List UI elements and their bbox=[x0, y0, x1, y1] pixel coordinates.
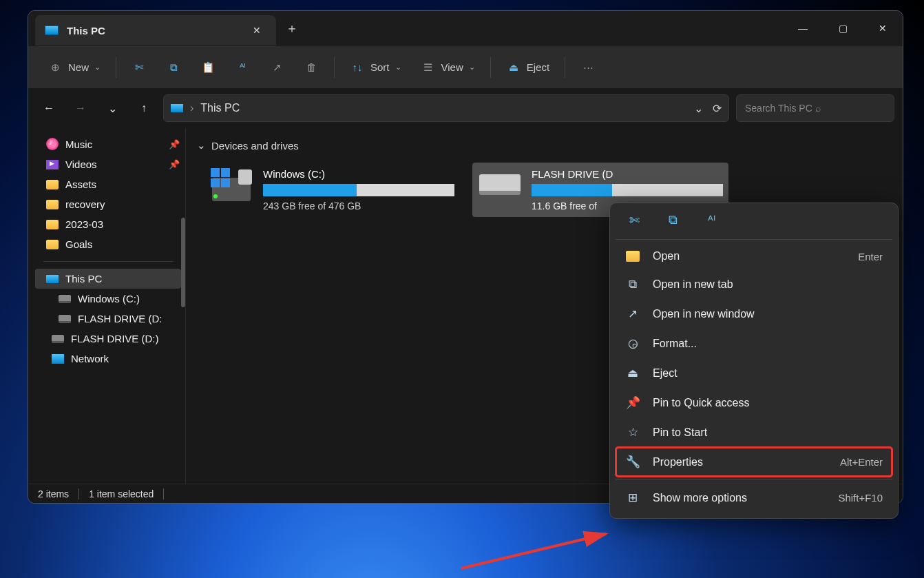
sidebar-item-music[interactable]: Music📌 bbox=[31, 134, 185, 154]
search-icon: ⌕ bbox=[815, 103, 885, 114]
eject-label: Eject bbox=[527, 61, 549, 73]
new-tab-button[interactable]: ＋ bbox=[276, 11, 308, 45]
pin-icon: 📌 bbox=[169, 139, 180, 149]
this-pc-icon bbox=[46, 275, 59, 283]
folder-icon bbox=[625, 251, 640, 262]
usb-drive-icon bbox=[478, 168, 522, 201]
folder-icon bbox=[46, 240, 59, 249]
back-button[interactable]: ← bbox=[36, 96, 61, 121]
ctx-eject[interactable]: ⏏ Eject bbox=[616, 358, 892, 388]
ctx-pin-to-start[interactable]: ☆ Pin to Start bbox=[616, 417, 892, 447]
folder-icon bbox=[46, 220, 59, 229]
copy-button[interactable]: ⧉ bbox=[158, 54, 189, 81]
address-dropdown-button[interactable]: ⌄ bbox=[694, 102, 703, 115]
sidebar-item-recovery[interactable]: recovery bbox=[31, 194, 185, 214]
ctx-open[interactable]: Open Enter bbox=[616, 242, 892, 270]
ellipsis-icon: ⋯ bbox=[580, 60, 596, 75]
new-button[interactable]: ⊕ New ⌄ bbox=[39, 54, 109, 81]
eject-button[interactable]: ⏏ Eject bbox=[498, 54, 558, 81]
recent-button[interactable]: ⌄ bbox=[100, 96, 125, 121]
view-button[interactable]: ☰ View ⌄ bbox=[412, 54, 483, 81]
ctx-open-new-tab[interactable]: ⧉ Open in new tab bbox=[616, 270, 892, 299]
delete-button[interactable]: 🗑 bbox=[295, 54, 327, 81]
cut-button[interactable]: ✄ bbox=[625, 213, 643, 228]
sidebar-item-windows-c[interactable]: Windows (C:) bbox=[31, 289, 185, 309]
sidebar-item-goals[interactable]: Goals bbox=[31, 234, 185, 254]
window-tab[interactable]: This PC ✕ bbox=[35, 15, 276, 45]
wrench-icon: 🔧 bbox=[625, 455, 640, 469]
ctx-properties[interactable]: 🔧 Properties Alt+Enter bbox=[616, 447, 892, 477]
chevron-down-icon: ⌄ bbox=[197, 139, 206, 152]
lock-icon bbox=[238, 169, 252, 185]
navigation-pane: Music📌 Videos📌 Assets recovery 2023-03 G… bbox=[28, 128, 185, 484]
chevron-down-icon: ⌄ bbox=[94, 63, 101, 72]
copy-button[interactable]: ⧉ bbox=[664, 213, 682, 228]
sidebar-item-assets[interactable]: Assets bbox=[31, 174, 185, 194]
sort-label: Sort bbox=[370, 61, 390, 73]
folder-icon bbox=[46, 200, 59, 209]
navigation-bar: ← → ⌄ ↑ › This PC ⌄ ⟳ Search This PC ⌕ bbox=[28, 88, 903, 128]
sidebar-item-this-pc[interactable]: This PC bbox=[35, 269, 181, 289]
up-button[interactable]: ↑ bbox=[132, 96, 156, 121]
ctx-open-new-window[interactable]: ↗ Open in new window bbox=[616, 299, 892, 329]
paste-button[interactable]: 📋 bbox=[192, 54, 224, 81]
annotation-arrow bbox=[454, 530, 613, 572]
rename-button[interactable]: ᴬᴵ bbox=[702, 213, 720, 228]
cut-button[interactable]: ✄ bbox=[123, 54, 155, 81]
refresh-button[interactable]: ⟳ bbox=[713, 102, 722, 115]
scissors-icon: ✄ bbox=[132, 60, 147, 75]
pin-start-icon: ☆ bbox=[625, 425, 640, 440]
copy-icon: ⧉ bbox=[166, 60, 181, 75]
eject-icon: ⏏ bbox=[625, 366, 640, 380]
maximize-button[interactable]: ▢ bbox=[823, 11, 863, 45]
sidebar-item-network[interactable]: Network bbox=[31, 349, 185, 369]
tab-close-button[interactable]: ✕ bbox=[247, 22, 266, 39]
tab-title: This PC bbox=[67, 25, 239, 37]
paste-icon: 📋 bbox=[200, 60, 216, 75]
search-placeholder: Search This PC bbox=[745, 103, 815, 114]
toolbar: ⊕ New ⌄ ✄ ⧉ 📋 ᴬᴵ ↗ 🗑 ↑↓ Sort ⌄ ☰ View ⌄ … bbox=[28, 45, 903, 88]
chevron-down-icon: ⌄ bbox=[395, 63, 401, 72]
ctx-pin-quick-access[interactable]: 📌 Pin to Quick access bbox=[616, 388, 892, 417]
external-icon: ↗ bbox=[625, 307, 640, 321]
drive-icon bbox=[59, 315, 71, 323]
breadcrumb[interactable]: This PC bbox=[200, 102, 240, 114]
format-icon: ◶ bbox=[625, 336, 640, 351]
breadcrumb-separator: › bbox=[190, 102, 193, 114]
pin-icon: 📌 bbox=[625, 395, 640, 410]
music-icon bbox=[46, 138, 59, 150]
chevron-down-icon: ⌄ bbox=[469, 63, 475, 72]
drive-icon bbox=[52, 335, 64, 343]
section-header[interactable]: ⌄ Devices and drives bbox=[197, 139, 897, 152]
drive-item-windows-c[interactable]: Windows (C:) 243 GB free of 476 GB bbox=[204, 163, 460, 217]
eject-icon: ⏏ bbox=[506, 60, 521, 75]
sidebar-item-flash-drive[interactable]: FLASH DRIVE (D:) bbox=[31, 329, 185, 349]
sort-icon: ↑↓ bbox=[350, 60, 365, 75]
share-button[interactable]: ↗ bbox=[261, 54, 293, 81]
this-pc-icon bbox=[45, 25, 59, 35]
minimize-button[interactable]: ― bbox=[783, 11, 823, 45]
sidebar-item-videos[interactable]: Videos📌 bbox=[31, 154, 185, 174]
sort-button[interactable]: ↑↓ Sort ⌄ bbox=[342, 54, 410, 81]
titlebar: This PC ✕ ＋ ― ▢ ✕ bbox=[28, 11, 903, 45]
capacity-bar bbox=[263, 184, 454, 196]
svg-line-0 bbox=[461, 534, 606, 568]
this-pc-icon bbox=[171, 104, 183, 112]
search-box[interactable]: Search This PC ⌕ bbox=[736, 94, 894, 122]
network-icon bbox=[52, 354, 64, 364]
rename-button[interactable]: ᴬᴵ bbox=[227, 54, 258, 81]
address-bar[interactable]: › This PC ⌄ ⟳ bbox=[163, 94, 729, 122]
ctx-show-more-options[interactable]: ⊞ Show more options Shift+F10 bbox=[616, 483, 892, 513]
windows-drive-icon bbox=[209, 168, 253, 201]
view-icon: ☰ bbox=[421, 60, 436, 75]
close-window-button[interactable]: ✕ bbox=[863, 11, 903, 45]
sidebar-item-flash-d[interactable]: FLASH DRIVE (D: bbox=[31, 309, 185, 329]
context-quick-actions: ✄ ⧉ ᴬᴵ bbox=[616, 209, 892, 236]
capacity-bar bbox=[532, 184, 723, 196]
trash-icon: 🗑 bbox=[304, 60, 319, 75]
sidebar-item-2023-03[interactable]: 2023-03 bbox=[31, 214, 185, 234]
forward-button[interactable]: → bbox=[68, 96, 93, 121]
ctx-format[interactable]: ◶ Format... bbox=[616, 329, 892, 358]
video-icon bbox=[46, 160, 59, 169]
more-button[interactable]: ⋯ bbox=[572, 54, 604, 81]
